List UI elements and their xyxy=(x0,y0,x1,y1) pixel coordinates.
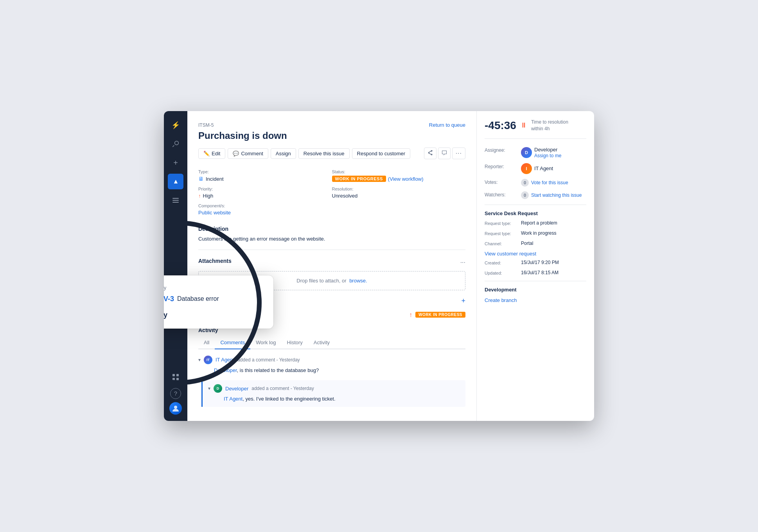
watchers-row: Watchers: 0 Start watching this issue xyxy=(485,191,586,199)
request-type-value-1: Report a problem xyxy=(521,220,557,226)
sidebar-icon-grid[interactable] xyxy=(168,369,183,385)
votes-row: Votes: 0 Vote for this issue xyxy=(485,179,586,187)
attachments-more-icon[interactable]: ··· xyxy=(460,259,465,266)
comment-meta-2: added a comment - Yesterday xyxy=(251,386,314,391)
edit-pencil-icon: ✏️ xyxy=(203,151,210,156)
channel-value: Portal xyxy=(521,241,533,246)
type-label: Type: xyxy=(198,169,332,174)
activity-title: Activity xyxy=(198,327,465,333)
tab-all[interactable]: All xyxy=(198,336,215,349)
comment-item: ▾ IT IT Agent added a comment - Yesterda… xyxy=(198,356,465,374)
tab-activity[interactable]: Activity xyxy=(308,336,335,349)
resolve-button[interactable]: Resolve this issue xyxy=(298,148,350,159)
lock-icon: 🔒 xyxy=(198,312,206,317)
collapse-icon-2[interactable]: ▾ xyxy=(208,386,210,391)
add-caused-by-button[interactable]: + xyxy=(461,297,465,305)
view-customer-request-link[interactable]: View customer request xyxy=(485,251,586,257)
status-value: WORK IN PROGRESS (View workflow) xyxy=(332,176,466,182)
development-title: Development xyxy=(485,287,586,293)
incident-icon: 🖥 xyxy=(198,176,204,182)
feedback-button[interactable] xyxy=(438,147,451,159)
sidebar: ⚡ + ▲ ? xyxy=(164,111,187,421)
sidebar-icon-logo[interactable]: ▲ xyxy=(168,174,183,189)
assignee-label: Assignee: xyxy=(485,147,518,153)
activity-section: Activity All Comments Work log History A… xyxy=(198,327,465,407)
comment-avatar: IT xyxy=(204,356,212,364)
comment-author[interactable]: IT Agent xyxy=(216,357,234,363)
comment-button[interactable]: 💬 Comment xyxy=(228,148,268,159)
watchers-value: 0 Start watching this issue xyxy=(521,191,582,199)
tab-history[interactable]: History xyxy=(281,336,308,349)
collapse-icon[interactable]: ▾ xyxy=(198,357,201,363)
priority-arrow-icon: ↑ xyxy=(409,311,412,318)
edit-button[interactable]: ✏️ Edit xyxy=(198,148,225,159)
svg-rect-0 xyxy=(172,198,179,199)
priority-label: Priority: xyxy=(198,187,332,191)
vote-link[interactable]: Vote for this issue xyxy=(531,180,568,185)
comment-author-2[interactable]: Developer xyxy=(225,386,248,392)
components-label: Component/s: xyxy=(198,203,332,208)
svg-rect-2 xyxy=(172,202,179,203)
type-value: 🖥 Incident xyxy=(198,176,332,182)
caused-by-desc: Database error xyxy=(226,312,260,318)
service-desk-title: Service Desk Request xyxy=(485,210,586,216)
component-link[interactable]: Public website xyxy=(198,210,231,216)
caused-by-status-badge: WORK IN PROGRESS xyxy=(415,312,465,318)
activity-tabs: All Comments Work log History Activity xyxy=(198,336,465,349)
drop-zone[interactable]: Drop files to attach, or browse. xyxy=(198,271,465,290)
view-workflow-link[interactable]: (View workflow) xyxy=(388,176,424,182)
return-to-queue-link[interactable]: Return to queue xyxy=(429,122,465,128)
tab-worklog[interactable]: Work log xyxy=(250,336,281,349)
svg-rect-1 xyxy=(172,200,179,201)
sidebar-icon-help[interactable]: ? xyxy=(170,388,181,399)
timer-value: -45:36 xyxy=(485,119,516,132)
watch-link[interactable]: Start watching this issue xyxy=(531,192,582,198)
issue-title: Purchasing is down xyxy=(198,130,465,141)
channel-row: Channel: Portal xyxy=(485,241,586,246)
mention-link[interactable]: Developer xyxy=(214,367,237,373)
updated-row: Updated: 16/Jul/17 8:15 AM xyxy=(485,270,586,275)
action-bar: ✏️ Edit 💬 Comment Assign Resolve this is… xyxy=(198,147,465,159)
create-branch-link[interactable]: Create branch xyxy=(485,297,517,303)
comment-meta: added a comment - Yesterday xyxy=(237,357,300,363)
votes-label: Votes: xyxy=(485,179,518,185)
mention-link-2[interactable]: IT Agent xyxy=(224,396,242,402)
created-row: Created: 15/Jul/17 9:20 PM xyxy=(485,260,586,265)
respond-button[interactable]: Respond to customer xyxy=(352,148,411,159)
created-label: Created: xyxy=(485,260,518,265)
assignee-row: Assignee: D Developer Assign to me xyxy=(485,147,586,158)
votes-count: 0 xyxy=(521,179,529,187)
channel-label: Channel: xyxy=(485,241,518,246)
comment-body-2: IT Agent, yes. I've linked to the engine… xyxy=(224,395,462,403)
main-content: ITSM-5 Return to queue Purchasing is dow… xyxy=(187,111,594,421)
status-badge[interactable]: WORK IN PROGRESS xyxy=(332,176,386,182)
priority-icon: ↑ xyxy=(198,193,201,199)
sidebar-icon-plus[interactable]: + xyxy=(168,155,183,171)
updated-label: Updated: xyxy=(485,270,518,275)
request-type-label-1: Request type: xyxy=(485,220,518,226)
sidebar-icon-card[interactable] xyxy=(168,192,183,208)
assign-button[interactable]: Assign xyxy=(271,148,296,159)
svg-rect-3 xyxy=(172,374,175,376)
caused-by-section: Caused by + 🔒 DEV-3 Database error ↑ WOR… xyxy=(198,297,465,321)
updated-value: 16/Jul/17 8:15 AM xyxy=(521,270,559,275)
issue-header: ITSM-5 Return to queue xyxy=(198,122,465,128)
user-avatar[interactable] xyxy=(169,402,182,415)
comment-bubble-icon: 💬 xyxy=(233,151,239,156)
sidebar-icon-lightning[interactable]: ⚡ xyxy=(168,117,183,133)
assign-to-me-link[interactable]: Assign to me xyxy=(534,153,561,158)
attachments-header: Attachments ··· xyxy=(198,258,465,267)
tab-comments[interactable]: Comments xyxy=(215,336,250,349)
resolution-value: Unresolved xyxy=(332,193,466,199)
dev-issue-link[interactable]: DEV-3 xyxy=(208,312,223,318)
pause-icon[interactable]: ⏸ xyxy=(520,121,527,129)
caused-by-title: Caused by xyxy=(198,297,226,303)
comment-avatar-2: D xyxy=(214,384,222,393)
sidebar-icon-search[interactable] xyxy=(168,136,183,152)
browse-link[interactable]: browse. xyxy=(349,278,367,284)
timer-label: Time to resolution within 4h xyxy=(531,119,568,132)
share-button[interactable] xyxy=(424,147,436,159)
more-button[interactable]: ··· xyxy=(452,147,465,159)
request-type-row-2: Request type: Work in progress xyxy=(485,230,586,236)
created-value: 15/Jul/17 9:20 PM xyxy=(521,260,559,265)
